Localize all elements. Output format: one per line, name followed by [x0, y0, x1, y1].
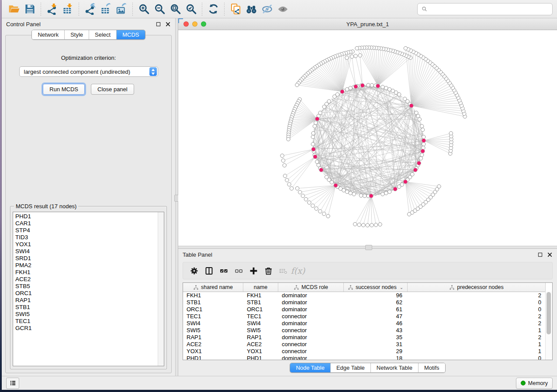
import-table-button[interactable]: [60, 2, 76, 16]
memory-button[interactable]: Memory: [516, 378, 553, 389]
table-row[interactable]: SWI4SWI4dominator462: [183, 320, 546, 327]
table-row[interactable]: PHD1PHD1dominator180: [183, 355, 546, 360]
tab-network-table[interactable]: Network Table: [370, 363, 418, 372]
network-node[interactable]: [421, 128, 424, 131]
zoom-out-button[interactable]: [152, 2, 167, 16]
network-node[interactable]: [311, 135, 315, 139]
mcds-result-item[interactable]: STP4: [15, 227, 164, 234]
delete-column-button[interactable]: [261, 264, 276, 277]
network-node[interactable]: [283, 174, 287, 178]
network-node[interactable]: [381, 85, 384, 89]
network-node[interactable]: [311, 142, 315, 146]
network-node[interactable]: [366, 224, 369, 227]
network-dominator-node[interactable]: [360, 83, 364, 87]
network-node[interactable]: [422, 135, 426, 139]
tab-motifs[interactable]: Motifs: [418, 363, 445, 372]
select-all-button[interactable]: [216, 264, 231, 277]
network-dominator-node[interactable]: [376, 84, 380, 88]
network-node[interactable]: [370, 224, 374, 227]
mcds-result-item[interactable]: ORC1: [15, 290, 164, 297]
network-dominator-node[interactable]: [313, 155, 317, 159]
column-header-successor-nodes[interactable]: successor nodes⌄: [344, 283, 408, 292]
network-node[interactable]: [295, 186, 299, 190]
network-node[interactable]: [295, 83, 299, 86]
network-node[interactable]: [318, 210, 322, 213]
network-node[interactable]: [349, 191, 352, 195]
splitter-grab-icon[interactable]: [365, 245, 372, 250]
tab-mcds[interactable]: MCDS: [116, 30, 145, 39]
network-node[interactable]: [336, 93, 339, 96]
network-node[interactable]: [345, 56, 349, 59]
network-node[interactable]: [352, 193, 356, 196]
network-node[interactable]: [387, 190, 391, 193]
column-header-predecessor-nodes[interactable]: predecessor nodes: [408, 283, 546, 292]
network-dominator-node[interactable]: [319, 168, 323, 172]
network-dominator-node[interactable]: [403, 180, 407, 184]
network-node[interactable]: [318, 111, 322, 114]
table-row[interactable]: FKH1FKH1dominator962: [183, 292, 546, 299]
mcds-result-item[interactable]: STB1: [15, 304, 164, 311]
apply-layout-button[interactable]: [205, 2, 221, 16]
network-dominator-node[interactable]: [311, 147, 315, 151]
network-node[interactable]: [362, 224, 365, 227]
table-settings-button[interactable]: [187, 264, 201, 277]
tab-node-table[interactable]: Node Table: [290, 363, 330, 372]
network-node[interactable]: [315, 207, 318, 210]
network-dominator-node[interactable]: [421, 149, 425, 153]
network-node[interactable]: [419, 157, 422, 160]
mcds-result-item[interactable]: CAR1: [15, 220, 164, 227]
mcds-result-item[interactable]: PHD1: [15, 213, 164, 220]
network-dominator-node[interactable]: [369, 194, 373, 198]
column-header-shared-name[interactable]: shared name: [183, 283, 243, 292]
network-node[interactable]: [381, 193, 384, 196]
network-node[interactable]: [384, 86, 388, 90]
import-network-button[interactable]: [44, 2, 60, 16]
network-node[interactable]: [314, 121, 318, 124]
network-node[interactable]: [287, 138, 290, 141]
network-node[interactable]: [350, 55, 353, 58]
mcds-result-item[interactable]: SWI5: [15, 311, 164, 318]
show-all-button[interactable]: [275, 2, 291, 16]
network-dominator-node[interactable]: [315, 117, 319, 121]
mcds-result-item[interactable]: SWI4: [15, 248, 164, 255]
network-node[interactable]: [397, 185, 401, 188]
first-neighbors-button[interactable]: [243, 2, 259, 16]
network-node[interactable]: [420, 153, 424, 157]
task-history-button[interactable]: [6, 378, 19, 389]
network-dominator-node[interactable]: [413, 168, 417, 172]
network-node[interactable]: [357, 223, 361, 227]
table-panel-close-button[interactable]: [547, 252, 553, 258]
vertical-splitter[interactable]: [175, 18, 178, 376]
deselect-all-button[interactable]: [231, 264, 246, 277]
network-node[interactable]: [422, 142, 426, 146]
table-row[interactable]: YOX1YOX1connector291: [183, 348, 546, 355]
criterion-select[interactable]: largest connected component (undirected): [19, 66, 158, 77]
horizontal-splitter[interactable]: [178, 246, 557, 249]
network-node[interactable]: [374, 223, 377, 227]
table-row[interactable]: ACE2ACE2connector311: [183, 341, 546, 348]
column-header-MCDS-role[interactable]: MCDS role: [278, 283, 344, 292]
network-node[interactable]: [327, 100, 331, 103]
network-node[interactable]: [304, 197, 308, 201]
table-row[interactable]: RAP1RAP1dominator352: [183, 334, 546, 341]
run-mcds-button[interactable]: Run MCDS: [43, 84, 85, 95]
save-session-button[interactable]: [22, 2, 38, 16]
network-dominator-node[interactable]: [417, 161, 421, 165]
tab-edge-table[interactable]: Edge Table: [330, 363, 370, 372]
network-node[interactable]: [315, 160, 319, 163]
network-node[interactable]: [370, 83, 374, 87]
mcds-result-item[interactable]: RAP1: [15, 297, 164, 304]
network-titlebar[interactable]: YPA_prune.txt_1: [178, 18, 557, 30]
mcds-result-list[interactable]: PHD1CAR1STP4TID3YOX1SWI4SRD1PMA2FKH1ACE2…: [13, 212, 164, 366]
network-node[interactable]: [326, 214, 330, 218]
table-row[interactable]: STB1STB1dominator620: [183, 299, 546, 306]
search-box[interactable]: [417, 3, 553, 15]
mcds-result-item[interactable]: ACE2: [15, 276, 164, 283]
network-node[interactable]: [397, 93, 401, 96]
network-canvas[interactable]: [178, 30, 557, 246]
network-node[interactable]: [280, 154, 284, 158]
table-panel-float-button[interactable]: [537, 252, 543, 258]
network-node[interactable]: [367, 83, 370, 87]
toggle-panes-button[interactable]: [201, 264, 216, 277]
network-dominator-node[interactable]: [340, 89, 344, 93]
